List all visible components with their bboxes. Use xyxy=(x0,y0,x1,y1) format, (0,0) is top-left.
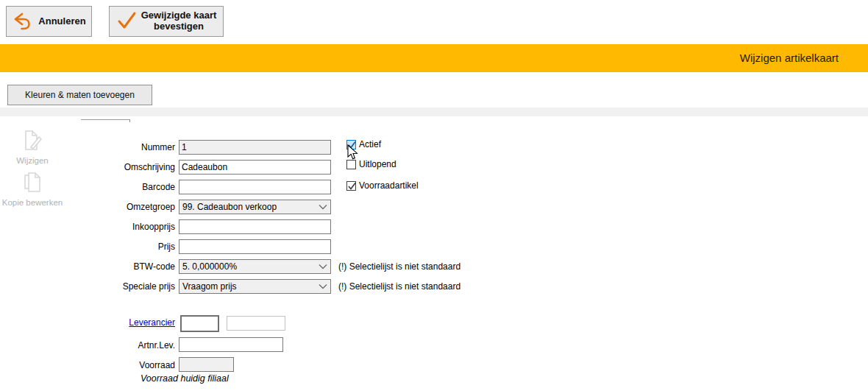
field-label-inkoopprijs: Inkoopprijs xyxy=(57,219,175,234)
uitlopend-checkbox-box[interactable] xyxy=(346,160,356,169)
checkbox-uitlopend[interactable]: Uitlopend xyxy=(346,159,396,169)
voorraad-field[interactable] xyxy=(179,357,234,372)
field-label-nummer: Nummer xyxy=(57,140,175,155)
nummer-field[interactable] xyxy=(179,140,331,155)
checkbox-actief[interactable]: Actief xyxy=(346,139,381,149)
title-bar: Wijzigen artikelkaart xyxy=(0,44,868,72)
btw-warning-text: (!) Selectielijst is niet standaard xyxy=(338,259,460,274)
chevron-down-icon xyxy=(319,261,327,272)
cancel-button-label: Annuleren xyxy=(38,16,85,27)
edit-article-card-window: Annuleren Gewijzigde kaart bevestigen Wi… xyxy=(0,0,868,391)
back-arrow-icon xyxy=(12,10,34,34)
actief-checkbox-box[interactable] xyxy=(346,140,356,149)
checkbox-label: Uitlopend xyxy=(359,159,396,169)
separator-strip xyxy=(0,108,868,116)
field-label-artnr-lev: Artnr.Lev. xyxy=(57,338,175,353)
voorraadartikel-checkbox-box[interactable] xyxy=(346,181,356,191)
sidebar-item-label: Kopie bewerken xyxy=(1,198,63,207)
leverancier-link[interactable]: Leverancier xyxy=(57,315,175,330)
prijs-field[interactable] xyxy=(179,239,331,254)
page-title: Wijzigen artikelkaart xyxy=(740,44,839,72)
edit-document-icon xyxy=(1,129,63,155)
checkbox-label: Voorraadartikel xyxy=(359,180,419,191)
speciale-prijs-dropdown[interactable]: Vraagom prijs xyxy=(179,279,331,294)
speciale-prijs-warning-text: (!) Selectielijst is niet standaard xyxy=(338,279,460,294)
btw-code-dropdown[interactable]: 5. 0,000000% xyxy=(179,259,331,274)
sidebar-item-wijzigen[interactable]: Wijzigen xyxy=(1,129,63,165)
leverancier-name-field[interactable] xyxy=(227,316,285,331)
field-label-barcode: Barcode xyxy=(57,180,175,194)
checkmark-icon xyxy=(116,10,137,33)
inkoopprijs-field[interactable] xyxy=(179,219,331,234)
copy-document-icon xyxy=(1,171,63,197)
omzetgroep-dropdown[interactable]: 99. Cadeaubon verkoop xyxy=(179,200,331,214)
sidebar-item-label: Wijzigen xyxy=(1,156,63,165)
artnr-lev-field[interactable] xyxy=(179,337,283,352)
field-label-btw-code: BTW-code xyxy=(57,259,175,274)
chevron-down-icon xyxy=(319,202,327,212)
field-label-prijs: Prijs xyxy=(57,239,175,254)
field-label-omzetgroep: Omzetgroep xyxy=(57,200,175,214)
add-colors-sizes-button[interactable]: Kleuren & maten toevoegen xyxy=(7,85,152,105)
checkbox-label: Actief xyxy=(359,139,381,149)
confirm-button-label: Gewijzigde kaart bevestigen xyxy=(141,10,217,32)
field-label-omschrijving: Omschrijving xyxy=(57,160,175,175)
field-label-voorraad: Voorraad xyxy=(57,358,175,373)
omschrijving-field[interactable] xyxy=(179,160,331,175)
collapsed-field-sliver xyxy=(81,119,130,122)
chevron-down-icon xyxy=(319,281,327,292)
leverancier-code-field[interactable] xyxy=(180,315,219,332)
checkbox-voorraadartikel[interactable]: Voorraadartikel xyxy=(346,180,419,191)
cancel-button[interactable]: Annuleren xyxy=(6,6,92,37)
stock-note-text: Voorraad huidig filiaal xyxy=(140,373,229,384)
sidebar-item-kopie-bewerken[interactable]: Kopie bewerken xyxy=(1,171,63,207)
field-label-speciale-prijs: Speciale prijs xyxy=(57,279,175,294)
barcode-field[interactable] xyxy=(179,180,331,194)
confirm-changed-card-button[interactable]: Gewijzigde kaart bevestigen xyxy=(109,6,224,37)
